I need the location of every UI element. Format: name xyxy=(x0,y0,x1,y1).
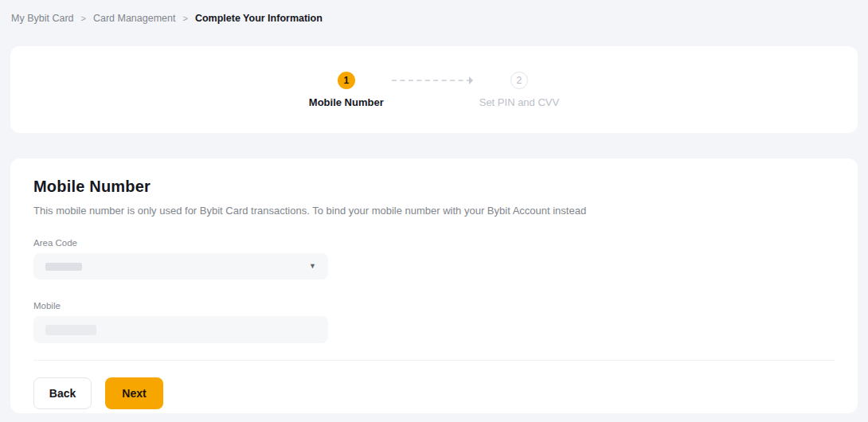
area-code-label: Area Code xyxy=(33,238,835,248)
breadcrumb-separator: > xyxy=(182,12,187,25)
breadcrumb: My Bybit Card > Card Management > Comple… xyxy=(0,0,868,25)
step-1-label: Mobile Number xyxy=(309,96,384,108)
breadcrumb-item-my-bybit-card[interactable]: My Bybit Card xyxy=(11,12,74,25)
mobile-label: Mobile xyxy=(33,301,835,311)
breadcrumb-separator: > xyxy=(81,12,86,25)
caret-down-icon: ▼ xyxy=(309,263,316,270)
breadcrumb-item-current: Complete Your Information xyxy=(195,12,323,25)
step-1-circle: 1 xyxy=(338,72,355,89)
stepper: 1 Mobile Number 2 Set PIN and CVV xyxy=(309,72,559,108)
step-connector-arrow-icon xyxy=(392,80,471,81)
stepper-card: 1 Mobile Number 2 Set PIN and CVV xyxy=(10,46,858,133)
mobile-redacted-value xyxy=(45,325,96,335)
breadcrumb-item-card-management[interactable]: Card Management xyxy=(93,12,176,25)
area-code-select[interactable]: ▼ xyxy=(33,253,328,279)
form-description: This mobile number is only used for Bybi… xyxy=(33,205,835,217)
step-2-label: Set PIN and CVV xyxy=(479,96,559,108)
mobile-number-form-card: Mobile Number This mobile number is only… xyxy=(10,158,858,413)
button-row: Back Next xyxy=(33,377,835,409)
area-code-redacted-value xyxy=(45,263,82,271)
divider xyxy=(33,360,835,361)
back-button[interactable]: Back xyxy=(33,377,92,409)
step-mobile-number: 1 Mobile Number xyxy=(309,72,384,108)
mobile-input[interactable] xyxy=(33,316,328,343)
page-title: Mobile Number xyxy=(33,178,835,196)
next-button[interactable]: Next xyxy=(105,377,163,409)
step-2-circle: 2 xyxy=(510,72,528,89)
step-set-pin-cvv: 2 Set PIN and CVV xyxy=(479,72,559,108)
